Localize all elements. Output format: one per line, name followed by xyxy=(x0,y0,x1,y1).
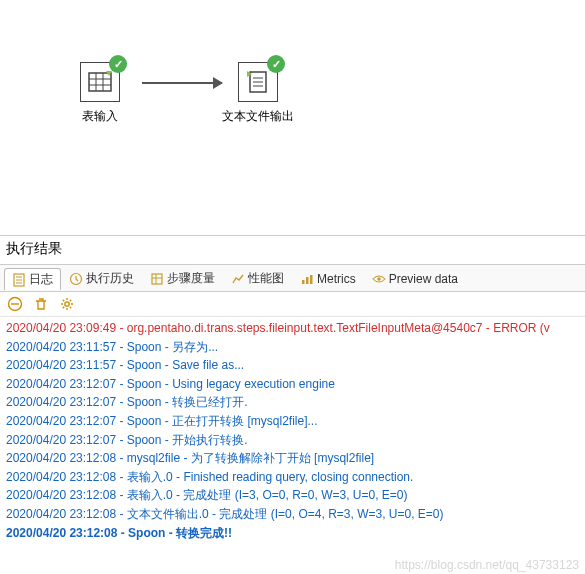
log-line: 2020/04/20 23:11:57 - Spoon - 另存为... xyxy=(6,338,579,357)
log-line: 2020/04/20 23:12:08 - 文本文件输出.0 - 完成处理 (I… xyxy=(6,505,579,524)
log-line: 2020/04/20 23:12:07 - Spoon - 正在打开转换 [my… xyxy=(6,412,579,431)
svg-rect-14 xyxy=(152,274,162,284)
success-check-icon xyxy=(109,55,127,73)
tab-label: 执行历史 xyxy=(86,270,134,287)
log-line: 2020/04/20 23:12:08 - 表输入.0 - 完成处理 (I=3,… xyxy=(6,486,579,505)
tab-label: Metrics xyxy=(317,272,356,286)
tab-performance[interactable]: 性能图 xyxy=(223,267,292,289)
log-output[interactable]: 2020/04/20 23:09:49 - org.pentaho.di.tra… xyxy=(0,317,585,544)
tab-preview-data[interactable]: Preview data xyxy=(364,269,466,288)
svg-rect-0 xyxy=(89,73,111,91)
log-line: 2020/04/20 23:11:57 - Spoon - Save file … xyxy=(6,356,579,375)
success-check-icon xyxy=(267,55,285,73)
log-settings-button[interactable] xyxy=(58,295,76,313)
tab-label: 日志 xyxy=(29,271,53,288)
execution-results-panel: 执行结果 日志 执行历史 步骤度量 性能图 Metrics Preview da… xyxy=(0,235,585,544)
stop-button[interactable] xyxy=(6,295,24,313)
log-toolbar xyxy=(0,292,585,317)
step-label: 文本文件输出 xyxy=(222,108,294,125)
table-input-icon xyxy=(80,62,120,102)
tab-history[interactable]: 执行历史 xyxy=(61,267,142,289)
svg-rect-18 xyxy=(306,277,309,284)
text-file-output-icon xyxy=(238,62,278,102)
step-table-input[interactable]: 表输入 xyxy=(80,62,120,125)
tab-step-metrics[interactable]: 步骤度量 xyxy=(142,267,223,289)
svg-point-20 xyxy=(377,277,381,281)
watermark: https://blog.csdn.net/qq_43733123 xyxy=(395,558,579,572)
log-line: 2020/04/20 23:12:08 - 表输入.0 - Finished r… xyxy=(6,468,579,487)
tab-label: Preview data xyxy=(389,272,458,286)
step-text-file-output[interactable]: 文本文件输出 xyxy=(222,62,294,125)
results-tabs: 日志 执行历史 步骤度量 性能图 Metrics Preview data xyxy=(0,265,585,292)
svg-rect-17 xyxy=(302,280,305,284)
hop-arrow[interactable] xyxy=(142,82,222,84)
log-line: 2020/04/20 23:09:49 - org.pentaho.di.tra… xyxy=(6,319,579,338)
log-line: 2020/04/20 23:12:07 - Spoon - 开始执行转换. xyxy=(6,431,579,450)
history-icon xyxy=(69,272,83,286)
log-line: 2020/04/20 23:12:08 - Spoon - 转换完成!! xyxy=(6,524,579,543)
performance-icon xyxy=(231,272,245,286)
step-metrics-icon xyxy=(150,272,164,286)
metrics-icon xyxy=(300,272,314,286)
log-line: 2020/04/20 23:12:07 - Spoon - 转换已经打开. xyxy=(6,393,579,412)
log-icon xyxy=(12,273,26,287)
preview-icon xyxy=(372,272,386,286)
log-line: 2020/04/20 23:12:08 - mysql2file - 为了转换解… xyxy=(6,449,579,468)
tab-label: 性能图 xyxy=(248,270,284,287)
tab-log[interactable]: 日志 xyxy=(4,268,61,290)
tab-label: 步骤度量 xyxy=(167,270,215,287)
transformation-canvas[interactable]: 表输入 文本文件输出 xyxy=(0,0,585,235)
step-label: 表输入 xyxy=(80,108,120,125)
tab-metrics[interactable]: Metrics xyxy=(292,269,364,288)
log-line: 2020/04/20 23:12:07 - Spoon - Using lega… xyxy=(6,375,579,394)
results-title: 执行结果 xyxy=(0,236,585,265)
clear-log-button[interactable] xyxy=(32,295,50,313)
svg-point-23 xyxy=(65,302,69,306)
svg-rect-19 xyxy=(310,275,313,284)
